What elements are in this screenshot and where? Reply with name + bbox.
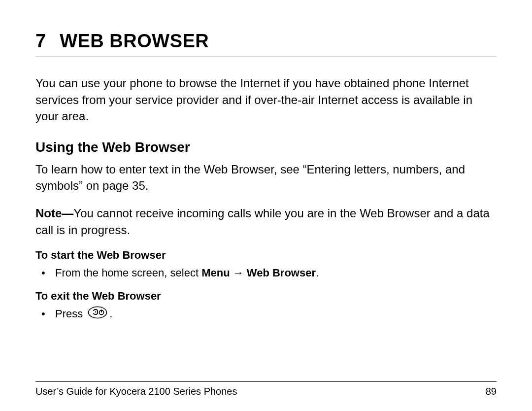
note-paragraph: Note—You cannot receive incoming calls w… <box>35 205 497 238</box>
footer-doc-title: User’s Guide for Kyocera 2100 Series Pho… <box>35 386 237 397</box>
page-footer: User’s Guide for Kyocera 2100 Series Pho… <box>35 381 497 397</box>
note-label: Note— <box>35 206 73 220</box>
intro-paragraph: You can use your phone to browse the Int… <box>35 75 497 125</box>
web-browser-label: Web Browser <box>247 267 316 279</box>
section-heading: Using the Web Browser <box>35 139 497 155</box>
exit-list: Press . <box>35 306 497 323</box>
period: . <box>316 267 319 279</box>
period: . <box>109 308 112 320</box>
menu-label: Menu <box>201 267 230 279</box>
chapter-heading: 7 Web Browser <box>35 31 497 57</box>
list-item: Press . <box>35 306 497 323</box>
chapter-number: 7 <box>35 31 46 52</box>
footer-page-number: 89 <box>486 386 497 397</box>
chapter-title: Web Browser <box>60 31 209 52</box>
bullet-text-pre: From the home screen, select <box>55 267 201 279</box>
section-paragraph-1: To learn how to enter text in the Web Br… <box>35 161 497 194</box>
svg-point-1 <box>95 311 97 313</box>
start-heading: To start the Web Browser <box>35 249 497 262</box>
bullet-text-pre: Press <box>55 308 86 320</box>
exit-heading: To exit the Web Browser <box>35 290 497 303</box>
note-text: You cannot receive incoming calls while … <box>35 206 490 237</box>
end-power-key-icon <box>88 306 107 323</box>
arrow-icon: → <box>230 267 247 279</box>
start-list: From the home screen, select Menu → Web … <box>35 265 497 281</box>
list-item: From the home screen, select Menu → Web … <box>35 265 497 281</box>
